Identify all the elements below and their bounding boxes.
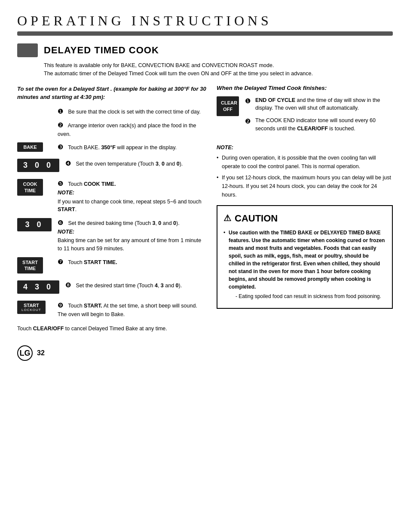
step-7: STARTTIME ❼ Touch START TIME. [17,257,206,277]
step-8-text: ❽ Set the desired start time (Touch 4, 3… [65,280,206,290]
right-steps: ❶ END OF CYCLE and the time of day will … [245,96,393,137]
step-1-num: ❶ [58,108,63,115]
right-step-1: ❶ END OF CYCLE and the time of day will … [245,96,393,113]
step-4-text: ❹ Set the oven temperature (Touch 3, 0 a… [65,159,206,169]
step-4-num: ❹ [65,160,71,167]
step-2-num: ❷ [58,121,63,129]
step-3-btn-area: BAKE [17,142,52,154]
step-5-num: ❺ [58,180,63,187]
step-5-text: ❺ Touch COOK TIME. NOTE: If you want to … [58,179,206,214]
step-6-btn-area: 3 0 [17,218,52,234]
clear-off-button[interactable]: CLEAROFF [217,96,239,117]
step-4: 3 0 0 ❹ Set the oven temperature (Touch … [17,159,206,175]
display-300: 3 0 0 [17,159,59,172]
header-bar [17,31,393,36]
right-column: When the Delayed Timed Cook finishes: CL… [217,85,393,333]
step-8-num: ❽ [65,281,71,289]
step-7-btn-area: STARTTIME [17,257,52,277]
step-7-num: ❼ [58,258,63,265]
step-1-text: ❶ Be sure that the clock is set with the… [58,107,206,117]
bottom-note: Touch CLEAR/OFF to cancel Delayed Timed … [17,325,206,333]
section-heading-bar [17,43,38,57]
caution-list: Use caution with the TIMED BAKE or DELYA… [223,229,386,300]
intro-text: This feature is available only for BAKE,… [44,62,393,78]
note-item-1: During oven operation, it is possible th… [217,154,393,171]
right-heading: When the Delayed Timed Cook finishes: [217,85,393,91]
note-title: NOTE: [217,143,393,152]
start-lockout-button[interactable]: STARTLOCKOUT [17,301,46,314]
step-8: 4 3 0 ❽ Set the desired start time (Touc… [17,280,206,296]
step-9-btn-area: STARTLOCKOUT [17,301,52,317]
two-col-layout: To set the oven for a Delayed Start . (e… [17,85,393,333]
left-column: To set the oven for a Delayed Start . (e… [17,85,206,333]
step-5-btn-area: COOKTIME [17,179,52,198]
start-time-button[interactable]: STARTTIME [17,257,43,274]
caution-box: ⚠ CAUTION Use caution with the TIMED BAK… [217,205,393,309]
step-6-note-label: NOTE: [58,228,206,236]
section-heading: Delayed Timed Cook [44,45,159,56]
step-9-num: ❾ [58,301,63,309]
step-2: ❷ Arrange interior oven rack(s) and plac… [17,120,206,138]
bake-button[interactable]: BAKE [17,142,43,152]
page: Operating Instructions Delayed Timed Coo… [0,0,410,532]
step-5: COOKTIME ❺ Touch COOK TIME. NOTE: If you… [17,179,206,214]
step-6: 3 0 ❻ Set the desired baking time (Touch… [17,218,206,253]
note-item-2: If you set 12-hours clock, the maximum h… [217,173,393,199]
page-title: Operating Instructions [17,9,393,31]
step-7-text: ❼ Touch START TIME. [58,257,206,267]
footer: LG 32 [17,341,393,361]
step-3: BAKE ❸ Touch BAKE. 350°F will appear in … [17,142,206,154]
step-5-note-label: NOTE: [58,189,206,197]
note-section: NOTE: During oven operation, it is possi… [217,143,393,199]
caution-icon: ⚠ [223,212,231,224]
caution-dash-item: - Eating spoiled food can result in sick… [229,292,386,300]
step-3-text: ❸ Touch BAKE. 350°F will appear in the d… [58,142,206,152]
step-6-num: ❻ [58,219,63,226]
section-heading-wrap: Delayed Timed Cook [17,43,393,57]
note-list: During oven operation, it is possible th… [217,154,393,199]
display-430: 4 3 0 [17,280,59,294]
step-4-btn-area: 3 0 0 [17,159,59,175]
step-8-btn-area: 4 3 0 [17,280,59,296]
caution-item-1: Use caution with the TIMED BAKE or DELYA… [223,229,386,300]
caution-title: ⚠ CAUTION [223,211,386,225]
lg-logo: LG [17,345,33,361]
step-6-text: ❻ Set the desired baking time (Touch 3, … [58,218,206,253]
step-2-text: ❷ Arrange interior oven rack(s) and plac… [58,120,206,138]
step-1: ❶ Be sure that the clock is set with the… [17,107,206,117]
page-number: 32 [37,349,45,357]
display-30: 3 0 [17,218,52,231]
right-step-2: ❷ The COOK END indicator tone will sound… [245,117,393,133]
clear-off-block: CLEAROFF ❶ END OF CYCLE and the time of … [217,96,393,137]
right-step-1-num: ❶ [245,96,253,106]
cook-time-button[interactable]: COOKTIME [17,179,43,196]
step-9-text: ❾ Touch START. At the set time, a short … [58,301,206,318]
left-subheading: To set the oven for a Delayed Start . (e… [17,85,206,101]
right-step-2-num: ❷ [245,117,253,126]
step-9: STARTLOCKOUT ❾ Touch START. At the set t… [17,301,206,318]
step-3-num: ❸ [58,143,63,151]
